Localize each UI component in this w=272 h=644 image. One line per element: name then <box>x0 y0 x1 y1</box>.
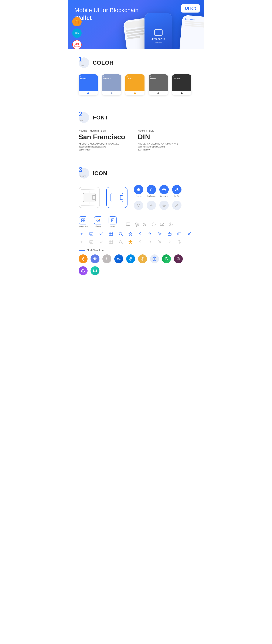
svg-marker-61 <box>129 240 132 244</box>
matic-icon <box>78 266 88 275</box>
small-icons-gray-row: + <box>78 239 194 245</box>
color-section-number: 1 ONE <box>78 58 89 68</box>
font-section-title: FONT <box>93 114 108 121</box>
info-icon <box>168 222 174 228</box>
font-sf: Regular · Medium · Bold San Francisco AB… <box>78 129 125 151</box>
history-icon <box>94 216 102 224</box>
icon-wallet-outline-box <box>78 187 100 208</box>
icon-section-title: ICON <box>93 170 107 176</box>
order-icon <box>108 216 117 224</box>
svg-rect-17 <box>83 219 85 220</box>
message-icon <box>159 222 165 228</box>
svg-rect-16 <box>82 219 83 220</box>
moon-icon <box>142 222 148 228</box>
phone-right: 6,297,502.12 <box>179 15 204 49</box>
nuls-icon <box>90 266 100 275</box>
qr-icon-blue <box>108 231 114 237</box>
chat-icon <box>125 222 131 228</box>
settings-icon-blue <box>157 231 163 237</box>
svg-point-10 <box>164 189 165 190</box>
svg-marker-7 <box>137 188 140 191</box>
icon-gray-row <box>134 201 182 210</box>
bitcoin-icon: ₿ <box>78 254 88 263</box>
svg-point-67 <box>179 241 180 242</box>
augur-icon <box>174 254 183 263</box>
screens-badge: 60+ Screens <box>72 40 82 49</box>
list-icon-blue <box>88 231 94 237</box>
profile-icon <box>172 185 182 194</box>
icon-exchange: Exchange <box>146 185 156 197</box>
management-icon <box>79 216 87 224</box>
forward-icon-gray <box>166 239 172 245</box>
sketch-badge <box>72 17 82 26</box>
badges-column: Ps 60+ Screens <box>72 17 82 49</box>
svg-marker-42 <box>129 232 132 236</box>
svg-marker-12 <box>137 204 140 207</box>
discover-icon <box>160 185 169 194</box>
icon-profile: Profile <box>172 185 182 197</box>
resize-icon-blue <box>176 231 182 237</box>
svg-line-41 <box>122 235 122 236</box>
svg-rect-46 <box>178 233 181 235</box>
litecoin-icon: Ł <box>102 254 111 263</box>
layers-icon <box>134 222 140 228</box>
assets-icon <box>134 185 143 194</box>
svg-rect-56 <box>111 240 112 242</box>
font-sf-name: San Francisco <box>78 133 125 141</box>
steem-icon <box>162 254 171 263</box>
icon-order: Order <box>108 216 117 228</box>
fonts-row: Regular · Medium · Bold San Francisco AB… <box>78 129 194 151</box>
profile-gray-icon <box>172 201 182 210</box>
icon-section-header: 3 THREE ICON <box>78 168 194 178</box>
icon-history: History <box>94 216 102 228</box>
close-icon-gray <box>157 239 163 245</box>
share-icon-gray <box>147 239 153 245</box>
svg-point-15 <box>176 204 178 206</box>
svg-rect-45 <box>168 233 171 236</box>
plus-icon-blue: + <box>78 231 84 237</box>
svg-marker-4 <box>76 21 78 24</box>
font-section-header: 2 TWO FONT <box>78 112 194 123</box>
star-icon-blue <box>128 231 134 237</box>
colors-row: # 3574FA # 8DA0C8 # F5A623 # 666666 <box>78 74 194 95</box>
zcash-icon: Z <box>138 254 147 263</box>
info-icon-gray <box>176 239 182 245</box>
back-icon-gray <box>137 239 143 245</box>
check-icon-blue <box>98 231 104 237</box>
color-card-orange: # F5A623 <box>126 74 144 95</box>
dash-icon <box>126 254 135 263</box>
svg-marker-69 <box>93 257 95 259</box>
color-card-nearblack: # 303030 <box>172 74 191 95</box>
svg-point-59 <box>119 240 122 243</box>
ethereum-icon <box>90 254 100 263</box>
hero-section: Mobile UI for Blockchain Wallet UI Kit P… <box>68 0 204 49</box>
small-icons-blue-row: + <box>78 231 194 237</box>
qr-icon-gray <box>108 239 114 245</box>
mgmt-row: Mangment History Order <box>78 216 194 228</box>
share-icon-blue <box>147 231 153 237</box>
icon-wallet-filled-box <box>106 187 128 208</box>
list-icon-gray <box>88 239 94 245</box>
svg-rect-39 <box>111 234 112 236</box>
icon-assets: Assets <box>134 185 143 197</box>
font-din-lower: abcdefghijklmnopqrstuvwxyz <box>138 146 178 148</box>
phone-center: 6,297,502.12 myWallet <box>144 13 172 49</box>
svg-line-60 <box>122 243 122 244</box>
font-sf-style: Regular · Medium · Bold <box>78 129 125 132</box>
font-din-name: DIN <box>138 133 178 141</box>
svg-text:Z: Z <box>142 258 143 260</box>
icon-section-number: 3 THREE <box>78 168 89 178</box>
crypto-icons-row: ₿ Ł Z <box>78 254 194 275</box>
blockchain-label: BlockChain Icon <box>78 249 194 252</box>
font-din-upper: ABCDEFGHIJKLMNOPQRSTUVWXYZ <box>138 142 178 145</box>
exchange-gray-icon <box>146 201 156 210</box>
blockchain-label-text: BlockChain Icon <box>87 249 104 252</box>
grid-icon <box>150 254 159 263</box>
svg-point-11 <box>176 188 178 190</box>
color-section: 1 ONE COLOR # 3574FA # 8DA0C8 # F5A623 <box>68 49 204 104</box>
svg-marker-68 <box>95 257 97 259</box>
close-icon-blue <box>186 231 192 237</box>
svg-rect-18 <box>82 220 83 222</box>
back-icon-blue <box>137 231 143 237</box>
icon-management: Mangment <box>78 216 88 228</box>
